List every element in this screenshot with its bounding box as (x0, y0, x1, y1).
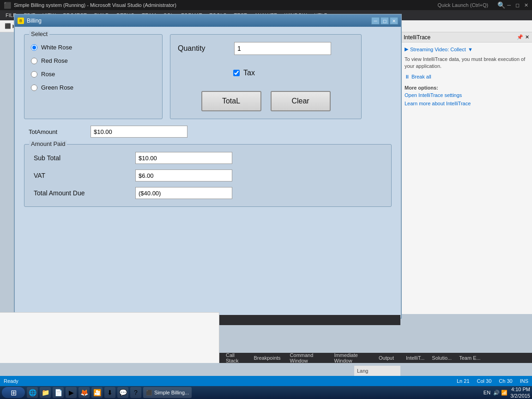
tab-call-stack[interactable]: Call Stack (221, 351, 249, 364)
taskbar-time-date: 4:10 PM 3/2/2015 (510, 386, 530, 399)
taskbar-ie-icon[interactable]: 🌐 (27, 387, 38, 398)
totamount-input[interactable] (91, 126, 187, 138)
right-bottom-tabs: IntelliT... Solutio... Team E... (400, 353, 532, 363)
billing-minimize-btn[interactable]: ─ (371, 17, 380, 24)
total-amount-due-row: Total Amount Due (34, 187, 382, 199)
vs-restore[interactable]: ◻ (515, 2, 520, 8)
taskbar-right: EN 🔊 📶 4:10 PM 3/2/2015 (484, 386, 530, 399)
billing-close-btn[interactable]: ✕ (390, 17, 398, 24)
billing-content: Select White Rose Red Rose Rose Green Ro… (15, 27, 401, 318)
radio-green-rose-input[interactable] (31, 85, 37, 91)
quantity-input[interactable] (234, 42, 331, 55)
editor-bottom-tabs: Call Stack Breakpoints Command Window Im… (219, 353, 400, 363)
radio-red-rose-input[interactable] (31, 58, 37, 64)
vs-statusbar: Ready Ln 21 Col 30 Ch 30 INS (0, 376, 532, 386)
video-icon: ▶ (405, 46, 408, 52)
tab-intellitrace[interactable]: IntelliT... (402, 354, 428, 362)
clear-button[interactable]: Clear (271, 91, 331, 111)
tab-team[interactable]: Team E... (455, 354, 484, 362)
intellitrace-title: IntelliTrace (404, 34, 430, 41)
autos-content (0, 313, 219, 322)
taskbar-time: 4:10 PM (510, 386, 530, 393)
taskbar-explorer-icon[interactable]: 📁 (40, 387, 51, 398)
intellitrace-pin[interactable]: 📌 (517, 34, 523, 40)
streaming-row[interactable]: ▶ Streaming Video: Collect ▼ (405, 46, 528, 52)
taskbar-utorrent-icon[interactable]: ⬇ (104, 387, 115, 398)
select-legend: Select (29, 30, 49, 37)
radio-green-rose[interactable]: Green Rose (31, 84, 156, 91)
buttons-row: TotaL Clear (178, 91, 354, 111)
taskbar-vlc-icon[interactable]: 🎦 (91, 387, 103, 398)
radio-white-rose-input[interactable] (31, 44, 37, 51)
taskbar-date: 3/2/2015 (510, 393, 530, 399)
amount-paid-group-box: Amount Paid Sub Total VAT Total Amount D… (24, 144, 392, 207)
quantity-row: Quantity (178, 42, 354, 55)
vs-close[interactable]: ✕ (524, 2, 528, 8)
radio-rose[interactable]: Rose (31, 71, 156, 78)
open-settings-link[interactable]: Open IntelliTrace settings (405, 92, 528, 98)
intellitrace-header: IntelliTrace 📌 ✕ (401, 32, 532, 42)
tab-command-window[interactable]: Command Window (285, 351, 330, 364)
minimize-btn[interactable]: 🔍 (497, 1, 505, 9)
vs-minimize[interactable]: ─ (507, 2, 511, 8)
taskbar-icons-tray: 🔊 📶 (493, 390, 508, 396)
sub-total-label: Sub Total (34, 154, 135, 162)
tab-breakpoints[interactable]: Breakpoints (249, 354, 285, 362)
taskbar-notepad-icon[interactable]: 📄 (53, 387, 64, 398)
status-text: Ready (4, 378, 18, 384)
taskbar-vs-app[interactable]: ⬛ Simple Billing... (143, 387, 192, 398)
radio-white-rose-label: White Rose (41, 44, 72, 51)
taskbar-unknown-icon[interactable]: ? (130, 387, 141, 398)
radio-rose-label: Rose (41, 71, 55, 78)
radio-white-rose[interactable]: White Rose (31, 44, 156, 51)
more-options-label: More options: (405, 85, 528, 91)
break-all-button[interactable]: ⏸ Break all (405, 74, 528, 79)
radio-red-rose-label: Red Rose (41, 57, 68, 64)
tax-label: Tax (243, 69, 255, 77)
select-group-box: Select White Rose Red Rose Rose Green Ro… (24, 34, 163, 119)
total-button[interactable]: TotaL (201, 91, 261, 111)
sub-total-input[interactable] (135, 152, 232, 164)
taskbar: ⊞ 🌐 📁 📄 ▶ 🦊 🎦 ⬇ 💬 ? ⬛ Simple Billing... … (0, 386, 532, 399)
statusbar-right: Ln 21 Col 30 Ch 30 INS (457, 378, 528, 384)
status-ins: INS (520, 378, 528, 384)
tax-row: Tax (178, 69, 354, 77)
tax-checkbox[interactable] (233, 70, 240, 76)
billing-icon: B (18, 18, 24, 24)
billing-restore-btn[interactable]: ◻ (381, 17, 389, 24)
autos-panel (0, 312, 219, 363)
tab-output[interactable]: Output (374, 354, 399, 362)
sub-total-row: Sub Total (34, 152, 382, 164)
taskbar-media-icon[interactable]: ▶ (66, 387, 77, 398)
radio-green-rose-label: Green Rose (41, 84, 73, 91)
vs-title-text: Simple Billing system (Running) - Micros… (14, 2, 437, 8)
learn-more-link[interactable]: Learn more about IntelliTrace (405, 101, 528, 106)
streaming-label[interactable]: Streaming Video: Collect (410, 47, 466, 52)
total-amount-due-input[interactable] (135, 187, 232, 199)
vs-titlebar: ⬛ Simple Billing system (Running) - Micr… (0, 0, 532, 10)
totamount-row: TotAmount (24, 126, 392, 138)
billing-window-controls: ─ ◻ ✕ (371, 17, 398, 24)
radio-red-rose[interactable]: Red Rose (31, 57, 156, 64)
radio-rose-input[interactable] (31, 71, 37, 78)
vs-app-label: Simple Billing... (154, 390, 189, 395)
vat-input[interactable] (135, 169, 232, 181)
billing-title-text: Billing (27, 18, 42, 24)
quick-launch[interactable]: Quick Launch (Ctrl+Q) (437, 2, 488, 8)
vs-app-icon: ⬛ (146, 390, 152, 396)
totamount-label: TotAmount (29, 128, 84, 135)
lang-text: Lang (357, 368, 368, 374)
status-ln: Ln 21 (457, 378, 470, 384)
quantity-label: Quantity (178, 44, 229, 53)
start-button[interactable]: ⊞ (2, 387, 25, 398)
billing-titlebar: B Billing ─ ◻ ✕ (15, 15, 401, 27)
taskbar-lang: EN (484, 390, 490, 395)
intellitrace-close-icon[interactable]: ✕ (525, 34, 529, 40)
taskbar-skype-icon[interactable]: 💬 (117, 387, 128, 398)
tab-immediate-window[interactable]: Immediate Window (330, 351, 374, 364)
taskbar-firefox-icon[interactable]: 🦊 (79, 387, 90, 398)
dropdown-icon[interactable]: ▼ (468, 47, 473, 52)
status-col: Col 30 (477, 378, 492, 384)
tab-solution[interactable]: Solutio... (428, 354, 455, 362)
amount-paid-legend: Amount Paid (29, 140, 67, 147)
